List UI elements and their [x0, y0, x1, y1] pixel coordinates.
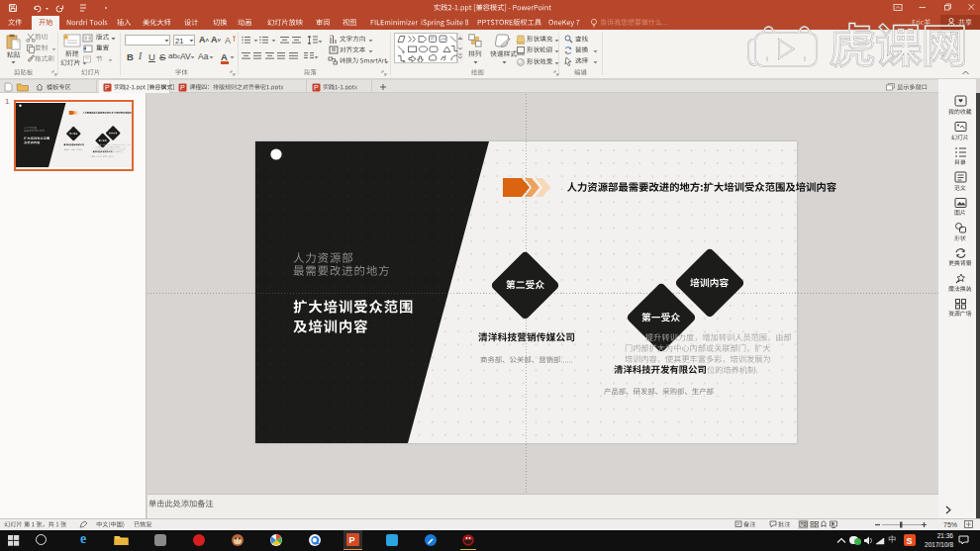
svg-text:P: P	[314, 84, 319, 91]
svg-text:A: A	[225, 36, 231, 46]
svg-text:P: P	[349, 535, 355, 545]
svg-text:S: S	[907, 536, 913, 546]
svg-text:P: P	[180, 84, 185, 91]
svg-text:P: P	[105, 84, 110, 91]
